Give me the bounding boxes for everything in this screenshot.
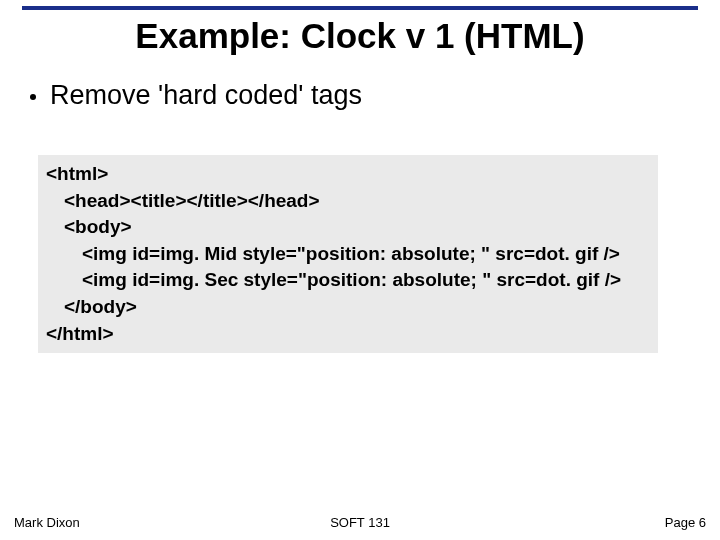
slide-title: Example: Clock v 1 (HTML): [0, 16, 720, 56]
code-line: <html>: [46, 161, 650, 188]
bullet-text: Remove 'hard coded' tags: [50, 80, 362, 111]
code-line: <img id=img. Mid style="position: absolu…: [46, 241, 650, 268]
code-line: <body>: [46, 214, 650, 241]
bullet-dot-icon: [30, 94, 36, 100]
footer: Mark Dixon SOFT 131 Page 6: [0, 510, 720, 530]
code-line: </body>: [46, 294, 650, 321]
top-divider: [22, 6, 698, 10]
code-line: <head><title></title></head>: [46, 188, 650, 215]
footer-course: SOFT 131: [0, 515, 720, 530]
code-line: <img id=img. Sec style="position: absolu…: [46, 267, 650, 294]
bullet-item: Remove 'hard coded' tags: [30, 80, 362, 111]
code-line: </html>: [46, 321, 650, 348]
code-block: <html> <head><title></title></head> <bod…: [38, 155, 658, 353]
footer-page: Page 6: [665, 515, 706, 530]
